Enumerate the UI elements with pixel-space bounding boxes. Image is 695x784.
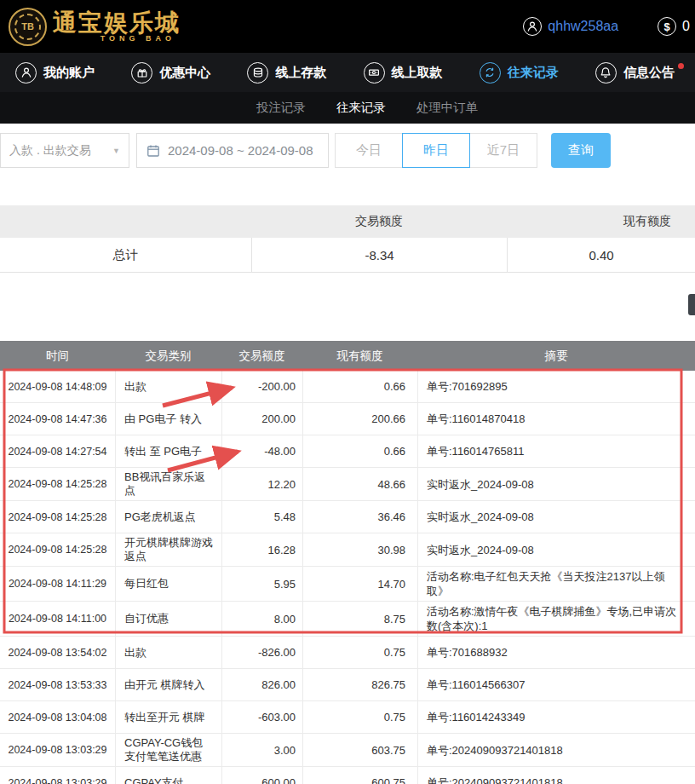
top-header: TB 通宝娱乐城 TONG BAO qhhw258aa $ 0	[0, 0, 695, 53]
row-type: BB视讯百家乐返点	[115, 468, 221, 500]
search-button[interactable]: 查询	[551, 133, 611, 168]
row-time: 2024-09-08 14:48:09	[0, 371, 115, 402]
spacer	[0, 273, 695, 341]
balance-display[interactable]: $ 0	[658, 17, 690, 36]
row-time: 2024-09-08 13:03:29	[0, 734, 115, 766]
nav-item-promotions[interactable]: 优惠中心	[131, 62, 210, 84]
row-amount: 3.00	[221, 734, 302, 766]
row-amount: -48.00	[221, 435, 302, 467]
username: qhhw258aa	[548, 19, 618, 34]
row-amount: 12.20	[221, 468, 302, 500]
row-balance: 200.66	[302, 403, 417, 435]
row-balance: 603.75	[302, 734, 417, 766]
row-balance: 30.98	[302, 533, 417, 566]
summary-balance-total: 0.40	[507, 238, 695, 272]
table-row: 2024-09-08 14:11:00 自订优惠 8.00 8.75 活动名称:…	[0, 602, 695, 637]
record-tabs: 投注记录 往来记录 处理中订单	[0, 92, 695, 124]
row-type: PG老虎机返点	[115, 501, 221, 533]
row-type: 每日红包	[115, 567, 221, 601]
dollar-icon: $	[658, 17, 676, 36]
row-note: 实时返水_2024-09-08	[417, 501, 695, 533]
nav-label: 往来记录	[508, 65, 559, 81]
quick-date-buttons: 今日 昨日 近7日	[336, 133, 537, 168]
quick-yesterday-button[interactable]: 昨日	[402, 133, 470, 168]
table-row: 2024-09-08 14:47:36 由 PG电子 转入 200.00 200…	[0, 403, 695, 435]
row-amount: 5.48	[221, 501, 302, 533]
row-amount: 16.28	[221, 533, 302, 566]
brand-logo[interactable]: TB 通宝娱乐城 TONG BAO	[9, 8, 181, 46]
row-amount: 8.00	[221, 602, 302, 636]
row-balance: 14.70	[302, 567, 417, 601]
nav-item-my-account[interactable]: 我的账户	[15, 62, 95, 84]
tab-transaction-records[interactable]: 往来记录	[336, 100, 386, 116]
table-row: 2024-09-08 13:04:08 转出至开元 棋牌 -603.00 0.7…	[0, 701, 695, 734]
row-time: 2024-09-08 13:53:33	[0, 669, 115, 700]
row-amount: 200.00	[221, 403, 302, 435]
transaction-type-dropdown[interactable]: 入款 . 出款交易 ▼	[0, 133, 129, 168]
row-amount: 5.95	[221, 567, 302, 601]
row-note: 实时返水_2024-09-08	[417, 533, 695, 566]
table-body: 2024-09-08 14:48:09 出款 -200.00 0.66 单号:7…	[0, 371, 695, 784]
row-note: 活动名称:激情午夜《电子棋牌捕鱼》专场,已申请次数(含本次):1	[417, 602, 695, 636]
row-type: 由开元 棋牌转入	[115, 669, 221, 700]
account-menu[interactable]: qhhw258aa	[523, 17, 618, 36]
table-row: 2024-09-08 14:25:28 PG老虎机返点 5.48 36.46 实…	[0, 501, 695, 533]
summary-header: 交易额度 现有额度	[0, 205, 695, 238]
chevron-down-icon: ▼	[112, 147, 120, 155]
row-note: 单号:701692895	[417, 371, 695, 402]
nav-item-transactions[interactable]: 往来记录	[480, 62, 559, 84]
row-balance: 0.75	[302, 701, 417, 733]
summary-header-balance: 现有额度	[507, 214, 695, 229]
table-row: 2024-09-08 14:27:54 转出 至 PG电子 -48.00 0.6…	[0, 435, 695, 468]
col-header-type: 交易类别	[115, 349, 221, 364]
row-type: CGPAY-CG钱包支付笔笔送优惠	[115, 734, 221, 766]
col-header-time: 时间	[0, 349, 115, 364]
row-amount: -603.00	[221, 701, 302, 733]
row-note: 单号:202409093721401818	[417, 767, 695, 784]
row-amount: -200.00	[221, 371, 302, 402]
main-nav: 我的账户 优惠中心 线上存款 线上取款 往来记录 信息公告	[0, 53, 695, 92]
floating-widget[interactable]	[688, 294, 695, 315]
col-header-balance: 现有额度	[302, 349, 417, 364]
row-balance: 0.66	[302, 371, 417, 402]
filter-bar: 入款 . 出款交易 ▼ 2024-09-08 ~ 2024-09-08 今日 昨…	[0, 133, 695, 168]
brand-name-en: TONG BAO	[101, 34, 175, 43]
table-row: 2024-09-08 13:53:33 由开元 棋牌转入 826.00 826.…	[0, 669, 695, 701]
nav-item-announcements[interactable]: 信息公告	[595, 62, 675, 84]
balance-value: 0	[682, 19, 690, 34]
row-time: 2024-09-08 14:27:54	[0, 435, 115, 467]
row-note: 单号:701688932	[417, 637, 695, 668]
quick-today-button[interactable]: 今日	[335, 133, 403, 168]
row-note: 单号:116014765811	[417, 435, 695, 467]
nav-item-deposit[interactable]: 线上存款	[247, 62, 326, 84]
row-time: 2024-09-08 13:03:29	[0, 767, 115, 784]
row-balance: 0.66	[302, 435, 417, 467]
bell-icon	[595, 62, 617, 84]
row-note: 单号:116014566307	[417, 669, 695, 700]
gift-icon	[131, 62, 152, 84]
table-row: 2024-09-08 14:11:29 每日红包 5.95 14.70 活动名称…	[0, 567, 695, 602]
row-amount: 600.00	[221, 767, 302, 784]
chip-label: TB	[14, 14, 41, 40]
date-range-value: 2024-09-08 ~ 2024-09-08	[168, 143, 313, 158]
col-header-note: 摘要	[417, 349, 695, 364]
tab-bet-records[interactable]: 投注记录	[256, 100, 306, 116]
row-time: 2024-09-08 13:54:02	[0, 637, 115, 668]
row-note: 实时返水_2024-09-08	[417, 468, 695, 500]
quick-7days-button[interactable]: 近7日	[469, 133, 537, 168]
person-icon	[15, 62, 37, 84]
summary-header-trade: 交易额度	[251, 214, 507, 229]
row-type: 出款	[115, 371, 221, 402]
row-time: 2024-09-08 14:25:28	[0, 468, 115, 500]
table-row: 2024-09-08 13:03:29 CGPAY-CG钱包支付笔笔送优惠 3.…	[0, 734, 695, 767]
tab-pending-orders[interactable]: 处理中订单	[416, 100, 479, 116]
transactions-table: 时间 交易类别 交易额度 现有额度 摘要 2024-09-08 14:48:09…	[0, 341, 695, 784]
nav-item-withdraw[interactable]: 线上取款	[364, 62, 443, 84]
row-amount: -826.00	[221, 637, 302, 668]
row-balance: 0.75	[302, 637, 417, 668]
calendar-icon	[146, 144, 160, 158]
row-type: 由 PG电子 转入	[115, 403, 221, 435]
date-range-picker[interactable]: 2024-09-08 ~ 2024-09-08	[136, 133, 329, 168]
row-time: 2024-09-08 14:25:28	[0, 501, 115, 533]
nav-label: 线上存款	[275, 65, 326, 81]
